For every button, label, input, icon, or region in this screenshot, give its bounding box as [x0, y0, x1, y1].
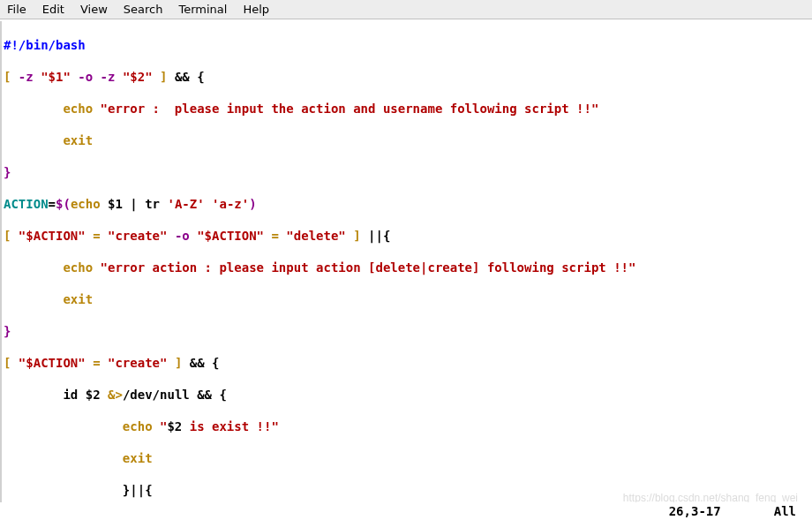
code-line: [ "$ACTION" = "create" ] && {: [4, 355, 808, 371]
code-line: exit: [4, 291, 808, 307]
menu-search[interactable]: Search: [124, 3, 163, 16]
code-line: ACTION=$(echo $1 | tr 'A-Z' 'a-z'): [4, 196, 808, 212]
code-line: id $2 &>/dev/null && {: [4, 387, 808, 403]
menu-edit[interactable]: Edit: [42, 3, 64, 16]
code-line: }: [4, 323, 808, 339]
code-line: echo "error : please input the action an…: [4, 101, 808, 117]
code-line: [ -z "$1" -o -z "$2" ] && {: [4, 69, 808, 85]
code-line: }: [4, 164, 808, 180]
code-line: echo "$2 is exist !!": [4, 418, 808, 434]
code-line: exit: [4, 132, 808, 148]
statusbar: 26,3-17 All: [0, 502, 812, 520]
code-line: [ "$ACTION" = "create" -o "$ACTION" = "d…: [4, 228, 808, 244]
code-line: #!/bin/bash: [4, 37, 808, 53]
scroll-indicator: All: [774, 504, 796, 518]
menu-terminal[interactable]: Terminal: [178, 3, 227, 16]
code-line: echo "error action : please input action…: [4, 260, 808, 275]
menubar: File Edit View Search Terminal Help: [0, 0, 812, 19]
code-line: exit: [4, 450, 808, 466]
menu-view[interactable]: View: [80, 3, 108, 16]
menu-file[interactable]: File: [7, 3, 26, 16]
editor-area[interactable]: #!/bin/bash [ -z "$1" -o -z "$2" ] && { …: [0, 19, 812, 520]
code-line: }||{: [4, 482, 808, 498]
cursor-position: 26,3-17: [669, 504, 721, 518]
menu-help[interactable]: Help: [243, 3, 269, 16]
